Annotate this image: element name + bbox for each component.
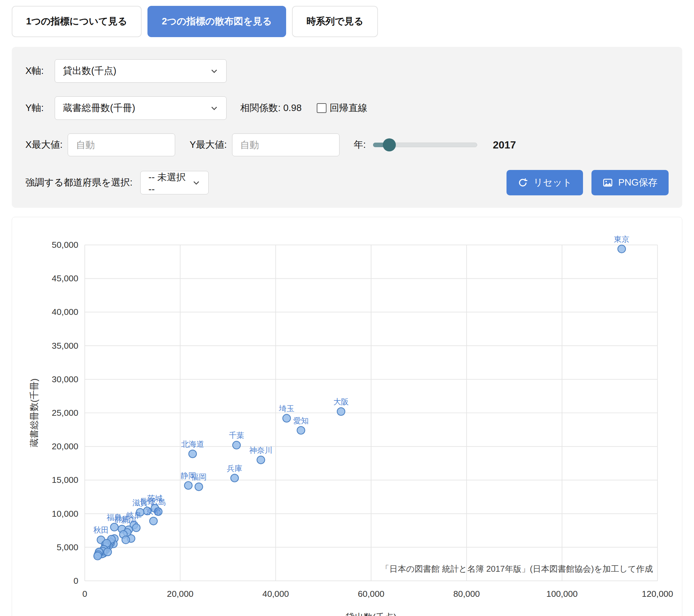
year-value: 2017 <box>493 139 516 151</box>
correlation-text: 相関係数: 0.98 <box>240 102 302 114</box>
point-京都[interactable] <box>150 517 158 525</box>
y-axis-select[interactable]: 蔵書総冊数(千冊) <box>55 96 226 120</box>
y-axis-select-value: 蔵書総冊数(千冊) <box>63 102 135 114</box>
x-axis-label: X軸: <box>25 65 55 77</box>
point-千葉[interactable] <box>233 441 240 449</box>
tab-timeseries[interactable]: 時系列で見る <box>292 6 378 37</box>
year-slider[interactable] <box>373 138 477 152</box>
svg-text:50,000: 50,000 <box>52 240 78 250</box>
svg-text:15,000: 15,000 <box>52 475 78 485</box>
svg-text:滋賀: 滋賀 <box>132 499 148 507</box>
chevron-down-icon <box>192 178 201 187</box>
svg-text:20,000: 20,000 <box>52 441 78 451</box>
svg-text:35,000: 35,000 <box>52 341 78 351</box>
svg-text:60,000: 60,000 <box>358 589 384 599</box>
point-埼玉[interactable] <box>283 415 291 422</box>
tab-scatter[interactable]: 2つの指標の散布図を見る <box>147 6 287 37</box>
svg-text:30,000: 30,000 <box>52 375 78 384</box>
svg-text:大阪: 大阪 <box>333 398 349 406</box>
svg-text:福岡: 福岡 <box>191 473 206 481</box>
point-福島[interactable] <box>110 523 118 531</box>
svg-text:東京: 東京 <box>614 235 629 243</box>
chart-attribution: 「日本の図書館 統計と名簿 2017年版」(日本図書館協会)を加工して作成 <box>381 564 653 573</box>
limits-row: X最大値: Y最大値: 年: 2017 <box>25 133 669 156</box>
highlight-select-value: -- 未選択 -- <box>148 171 186 195</box>
svg-text:0: 0 <box>83 589 87 599</box>
x-tick-labels: 020,00040,00060,00080,000100,000120,000 <box>83 589 673 599</box>
highlight-prefecture-select[interactable]: -- 未選択 -- <box>140 171 209 194</box>
svg-text:100,000: 100,000 <box>546 589 578 599</box>
svg-text:兵庫: 兵庫 <box>227 464 242 473</box>
svg-text:千葉: 千葉 <box>229 431 244 439</box>
svg-text:5,000: 5,000 <box>57 542 78 552</box>
y-axis-label: Y軸: <box>25 102 55 114</box>
scatter-chart-card: 020,00040,00060,00080,000100,000120,0000… <box>12 217 682 616</box>
point-宮崎[interactable] <box>104 548 112 556</box>
svg-text:広島: 広島 <box>150 498 166 506</box>
y-max-label: Y最大値: <box>189 138 226 151</box>
y-tick-labels: 05,00010,00015,00020,00025,00030,00035,0… <box>52 240 78 586</box>
controls-panel: X軸: 貸出数(千点) Y軸: 蔵書総冊数(千冊) 相関係数: 0.98 回帰直… <box>12 47 682 208</box>
point-高知[interactable] <box>94 552 102 560</box>
reset-button-label: リセット <box>533 176 572 189</box>
point-福岡[interactable] <box>195 483 203 491</box>
svg-text:0: 0 <box>74 576 78 586</box>
regression-checkbox-label: 回帰直線 <box>330 102 367 114</box>
svg-text:40,000: 40,000 <box>262 589 289 599</box>
svg-text:北海道: 北海道 <box>181 440 204 448</box>
svg-text:愛知: 愛知 <box>293 416 309 425</box>
scatter-chart: 020,00040,00060,00080,000100,000120,0000… <box>17 225 677 616</box>
point-神奈川[interactable] <box>257 456 265 464</box>
point-大阪[interactable] <box>337 407 345 415</box>
x-axis-select[interactable]: 貸出数(千点) <box>55 59 226 83</box>
correlation-label: 相関係数: <box>240 103 280 113</box>
year-slider-handle[interactable] <box>383 138 396 151</box>
action-buttons: リセット PNG保存 <box>507 170 669 195</box>
svg-text:80,000: 80,000 <box>454 589 480 599</box>
x-axis-title: 貸出数(千点) <box>346 612 397 616</box>
image-icon <box>603 178 613 188</box>
y-axis-title: 蔵書総冊数(千冊) <box>29 378 39 447</box>
highlight-label: 強調する都道府県を選択: <box>25 176 132 189</box>
svg-text:120,000: 120,000 <box>642 589 673 599</box>
gridlines <box>85 245 657 581</box>
x-max-input[interactable] <box>68 133 175 156</box>
year-label: 年: <box>354 138 366 151</box>
svg-text:埼玉: 埼玉 <box>279 404 294 413</box>
view-tabs: 1つの指標について見る 2つの指標の散布図を見る 時系列で見る <box>12 6 682 37</box>
highlight-group: 強調する都道府県を選択: -- 未選択 -- <box>25 171 209 194</box>
x-axis-row: X軸: 貸出数(千点) <box>25 59 669 83</box>
svg-text:新潟: 新潟 <box>121 516 136 524</box>
refresh-icon <box>517 178 528 188</box>
point-兵庫[interactable] <box>231 474 239 482</box>
highlight-row: 強調する都道府県を選択: -- 未選択 -- リセット PNG <box>25 170 669 195</box>
svg-text:秋田: 秋田 <box>93 526 109 534</box>
chevron-down-icon <box>210 67 218 75</box>
chevron-down-icon <box>210 104 218 112</box>
save-png-button-label: PNG保存 <box>618 176 658 189</box>
y-max-input[interactable] <box>232 133 340 156</box>
point-岡山[interactable] <box>132 524 140 532</box>
svg-text:京都: 京都 <box>146 507 161 516</box>
regression-checkbox[interactable] <box>317 103 327 113</box>
svg-text:40,000: 40,000 <box>52 307 78 317</box>
scatter-points <box>94 245 626 560</box>
x-axis-select-value: 貸出数(千点) <box>63 65 116 77</box>
point-北海道[interactable] <box>189 450 197 458</box>
svg-text:神奈川: 神奈川 <box>249 446 272 454</box>
svg-text:25,000: 25,000 <box>52 408 78 418</box>
x-max-label: X最大値: <box>25 138 62 151</box>
point-labels: 東京大阪埼玉愛知千葉北海道神奈川兵庫静岡福岡茨城長野広島滋賀京都岐阜福島群馬新潟… <box>93 235 629 535</box>
y-axis-row: Y軸: 蔵書総冊数(千冊) 相関係数: 0.98 回帰直線 <box>25 96 669 120</box>
point-愛知[interactable] <box>297 427 305 434</box>
svg-text:10,000: 10,000 <box>52 509 78 519</box>
tab-single-indicator[interactable]: 1つの指標について見る <box>12 6 142 37</box>
point-奈良[interactable] <box>122 536 130 544</box>
correlation-value: 0.98 <box>283 103 302 113</box>
point-東京[interactable] <box>618 245 626 253</box>
reset-button[interactable]: リセット <box>507 170 583 195</box>
point-静岡[interactable] <box>185 482 193 489</box>
svg-text:20,000: 20,000 <box>167 589 193 599</box>
regression-toggle: 回帰直線 <box>317 102 367 114</box>
save-png-button[interactable]: PNG保存 <box>591 170 669 195</box>
